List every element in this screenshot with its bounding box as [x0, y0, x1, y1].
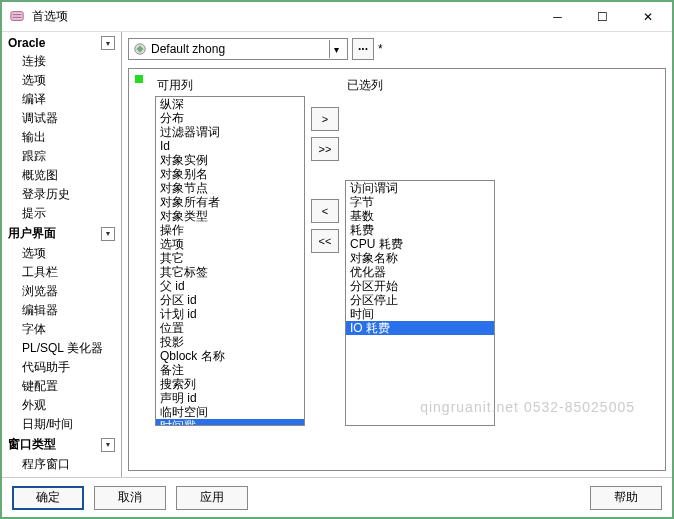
sidebar-item[interactable]: 编译	[4, 90, 119, 109]
chevron-down-icon	[329, 40, 343, 58]
list-item[interactable]: 过滤器谓词	[156, 125, 304, 139]
maximize-button[interactable]: ☐	[580, 2, 625, 31]
list-item[interactable]: 对象类型	[156, 209, 304, 223]
list-item[interactable]: 其它标签	[156, 265, 304, 279]
list-item[interactable]: 分区 id	[156, 293, 304, 307]
sidebar-item[interactable]: PL/SQL 美化器	[4, 339, 119, 358]
app-icon	[10, 9, 26, 25]
list-item[interactable]: 访问谓词	[346, 181, 494, 195]
sidebar-item[interactable]: 键配置	[4, 377, 119, 396]
list-item[interactable]: 临时空间	[156, 405, 304, 419]
list-item[interactable]: 基数	[346, 209, 494, 223]
svg-rect-1	[13, 14, 22, 15]
sidebar-item[interactable]: 外观	[4, 396, 119, 415]
list-item[interactable]: 搜索列	[156, 377, 304, 391]
profile-more-button[interactable]: ···	[352, 38, 374, 60]
move-right-button[interactable]: >	[311, 107, 339, 131]
list-item[interactable]: 时间戳	[156, 419, 304, 426]
sidebar-item[interactable]: 调试器	[4, 109, 119, 128]
sidebar-item[interactable]: 编辑器	[4, 301, 119, 320]
list-item[interactable]: 父 id	[156, 279, 304, 293]
list-item[interactable]: IO 耗费	[346, 321, 494, 335]
list-item[interactable]: 纵深	[156, 97, 304, 111]
status-dot-icon	[135, 75, 143, 83]
sidebar-item[interactable]: 跟踪	[4, 147, 119, 166]
list-item[interactable]: 字节	[346, 195, 494, 209]
available-label: 可用列	[155, 77, 305, 96]
list-item[interactable]: Id	[156, 139, 304, 153]
sidebar-item[interactable]: 浏览器	[4, 282, 119, 301]
move-all-right-button[interactable]: >>	[311, 137, 339, 161]
list-item[interactable]: 分布	[156, 111, 304, 125]
selected-label: 已选列	[345, 77, 495, 96]
list-item[interactable]: 其它	[156, 251, 304, 265]
help-button[interactable]: 帮助	[590, 486, 662, 510]
list-item[interactable]: 备注	[156, 363, 304, 377]
available-list[interactable]: 纵深分布过滤器谓词Id对象实例对象别名对象节点对象所有者对象类型操作选项其它其它…	[155, 96, 305, 426]
chevron-down-icon	[101, 227, 115, 241]
sidebar-item[interactable]: 连接	[4, 52, 119, 71]
apply-button[interactable]: 应用	[176, 486, 248, 510]
sidebar-item[interactable]: 字体	[4, 320, 119, 339]
sidebar-item[interactable]: 提示	[4, 204, 119, 223]
chevron-down-icon	[101, 36, 115, 50]
list-item[interactable]: Qblock 名称	[156, 349, 304, 363]
list-item[interactable]: CPU 耗费	[346, 237, 494, 251]
list-item[interactable]: 对象名称	[346, 251, 494, 265]
sidebar-category[interactable]: 用户界面	[4, 223, 119, 244]
chevron-down-icon	[101, 438, 115, 452]
ok-button[interactable]: 确定	[12, 486, 84, 510]
list-item[interactable]: 分区开始	[346, 279, 494, 293]
column-picker: 可用列 纵深分布过滤器谓词Id对象实例对象别名对象节点对象所有者对象类型操作选项…	[128, 68, 666, 471]
sidebar: Oracle连接选项编译调试器输出跟踪概览图登录历史提示用户界面选项工具栏浏览器…	[2, 32, 122, 477]
sidebar-item[interactable]: 选项	[4, 71, 119, 90]
svg-rect-0	[11, 11, 23, 20]
list-item[interactable]: 选项	[156, 237, 304, 251]
list-item[interactable]: 计划 id	[156, 307, 304, 321]
sidebar-item[interactable]: 日期/时间	[4, 415, 119, 434]
profile-label: Default zhong	[151, 42, 225, 56]
list-item[interactable]: 分区停止	[346, 293, 494, 307]
sidebar-item[interactable]: 选项	[4, 244, 119, 263]
sidebar-item[interactable]: 登录历史	[4, 185, 119, 204]
sidebar-category[interactable]: Oracle	[4, 34, 119, 52]
titlebar: 首选项 ─ ☐ ✕	[2, 2, 672, 32]
profile-combo[interactable]: Default zhong	[128, 38, 348, 60]
minimize-button[interactable]: ─	[535, 2, 580, 31]
footer: 确定 取消 应用 帮助	[2, 477, 672, 517]
modified-indicator: *	[378, 42, 383, 56]
profile-icon	[133, 42, 147, 56]
list-item[interactable]: 投影	[156, 335, 304, 349]
sidebar-item[interactable]: 输出	[4, 128, 119, 147]
sidebar-item[interactable]: 概览图	[4, 166, 119, 185]
move-all-left-button[interactable]: <<	[311, 229, 339, 253]
list-item[interactable]: 对象所有者	[156, 195, 304, 209]
list-item[interactable]: 优化器	[346, 265, 494, 279]
sidebar-category[interactable]: 窗口类型	[4, 434, 119, 455]
sidebar-item[interactable]: 工具栏	[4, 263, 119, 282]
list-item[interactable]: 对象节点	[156, 181, 304, 195]
list-item[interactable]: 操作	[156, 223, 304, 237]
list-item[interactable]: 对象实例	[156, 153, 304, 167]
move-left-button[interactable]: <	[311, 199, 339, 223]
list-item[interactable]: 对象别名	[156, 167, 304, 181]
list-item[interactable]: 时间	[346, 307, 494, 321]
window-title: 首选项	[32, 8, 535, 25]
svg-rect-2	[13, 16, 22, 17]
sidebar-item[interactable]: 程序窗口	[4, 455, 119, 474]
cancel-button[interactable]: 取消	[94, 486, 166, 510]
list-item[interactable]: 耗费	[346, 223, 494, 237]
list-item[interactable]: 声明 id	[156, 391, 304, 405]
selected-list[interactable]: 访问谓词字节基数耗费CPU 耗费对象名称优化器分区开始分区停止时间IO 耗费	[345, 180, 495, 426]
list-item[interactable]: 位置	[156, 321, 304, 335]
sidebar-item[interactable]: 代码助手	[4, 358, 119, 377]
close-button[interactable]: ✕	[625, 2, 670, 31]
